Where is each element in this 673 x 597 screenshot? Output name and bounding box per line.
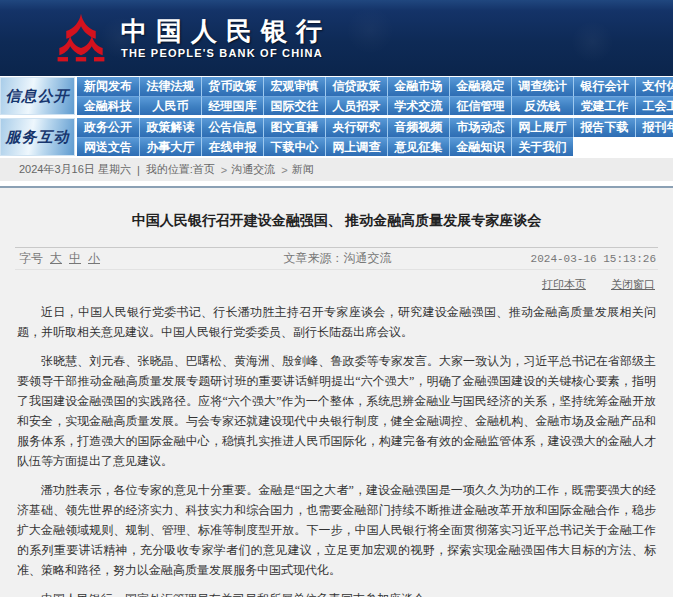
nav-row-1: 新闻发布法律法规货币政策宏观审慎信贷政策金融市场金融稳定调查统计银行会计支付体系 xyxy=(77,77,673,96)
breadcrumb-link-home[interactable]: 首页 xyxy=(193,162,215,177)
nav-item[interactable]: 金融市场 xyxy=(387,77,449,96)
nav-item[interactable]: 政策解读 xyxy=(139,118,201,137)
nav-rows: 政务公开政策解读公告信息图文直播央行研究音频视频市场动态网上展厅报告下载报刊年鉴… xyxy=(77,118,673,156)
close-window-button[interactable]: 关闭窗口 xyxy=(611,278,655,290)
font-size-links: 大中小 xyxy=(43,250,100,267)
nav-item[interactable]: 支付体系 xyxy=(635,77,673,96)
nav-item[interactable]: 央行研究 xyxy=(325,118,387,137)
nav-item[interactable]: 党建工作 xyxy=(573,96,635,115)
nav-item[interactable]: 信贷政策 xyxy=(325,77,387,96)
breadcrumb-link-news[interactable]: 新闻 xyxy=(292,162,314,177)
article-datetime: 2024-03-16 15:13:26 xyxy=(469,253,658,265)
nav-item[interactable]: 金融知识 xyxy=(449,137,511,156)
nav-row-2: 金融科技人民币经理国库国际交往人员招录学术交流征信管理反洗钱党建工作工会工作 xyxy=(77,96,673,115)
article-actions: 打印本页 关闭窗口 xyxy=(0,270,673,292)
nav-item[interactable]: 调查统计 xyxy=(511,77,573,96)
breadcrumb: 2024年3月16日 星期六 | 我的位置: 首页 > 沟通交流 > 新闻 xyxy=(0,157,673,181)
nav-group-info-disclosure: 信息公开 新闻发布法律法规货币政策宏观审慎信贷政策金融市场金融稳定调查统计银行会… xyxy=(0,77,673,115)
nav-item[interactable]: 公告信息 xyxy=(201,118,263,137)
nav-item[interactable]: 银行会计 xyxy=(573,77,635,96)
breadcrumb-location-label: 我的位置: xyxy=(146,162,193,177)
article-paragraph: 中国人民银行、国家外汇管理局有关司局和所属单位负责同志参加座谈会。 xyxy=(17,589,656,597)
nav-item[interactable]: 新闻发布 xyxy=(77,77,139,96)
print-page-button[interactable]: 打印本页 xyxy=(542,278,586,290)
nav-item[interactable]: 音频视频 xyxy=(387,118,449,137)
breadcrumb-caret-icon: > xyxy=(221,164,227,176)
nav-item[interactable]: 人员招录 xyxy=(325,96,387,115)
nav-group-service-interaction: 服务互动 政务公开政策解读公告信息图文直播央行研究音频视频市场动态网上展厅报告下… xyxy=(0,118,673,156)
breadcrumb-divider: | xyxy=(137,164,140,176)
font-size-link[interactable]: 小 xyxy=(88,250,100,267)
nav-item[interactable]: 办事大厅 xyxy=(139,137,201,156)
nav-item[interactable]: 货币政策 xyxy=(201,77,263,96)
nav-item[interactable]: 征信管理 xyxy=(449,96,511,115)
article-paragraph: 潘功胜表示，各位专家的意见十分重要。金融是“国之大者”，建设金融强国是一项久久为… xyxy=(17,480,656,580)
article-paragraph: 近日，中国人民银行党委书记、行长潘功胜主持召开专家座谈会，研究建设金融强国、推动… xyxy=(17,302,656,342)
page-title: 中国人民银行召开建设金融强国、 推动金融高质量发展专家座谈会 xyxy=(0,188,673,231)
nav-section-service-interaction[interactable]: 服务互动 xyxy=(0,118,75,156)
nav-item[interactable]: 国际交往 xyxy=(263,96,325,115)
breadcrumb-caret-icon: > xyxy=(281,164,287,176)
article-meta-bar: 字号 大中小 文章来源：沟通交流 2024-03-16 15:13:26 xyxy=(15,247,658,270)
article-paragraph: 张晓慧、刘元春、张晓晶、巴曙松、黄海洲、殷剑峰、鲁政委等专家发言。大家一致认为，… xyxy=(17,351,656,471)
nav-rows: 新闻发布法律法规货币政策宏观审慎信贷政策金融市场金融稳定调查统计银行会计支付体系… xyxy=(77,77,673,115)
nav-item[interactable]: 学术交流 xyxy=(387,96,449,115)
pbc-emblem-icon xyxy=(55,12,107,64)
bank-name-english: THE PEOPLE'S BANK OF CHINA xyxy=(121,47,331,59)
nav-item[interactable]: 关于我们 xyxy=(511,137,573,156)
main-navigation: 信息公开 新闻发布法律法规货币政策宏观审慎信贷政策金融市场金融稳定调查统计银行会… xyxy=(0,76,673,157)
nav-item[interactable]: 图文直播 xyxy=(263,118,325,137)
article-body: 近日，中国人民银行党委书记、行长潘功胜主持召开专家座谈会，研究建设金融强国、推动… xyxy=(0,292,673,597)
nav-item[interactable]: 报告下载 xyxy=(573,118,635,137)
article-content-area: 中国人民银行召开建设金融强国、 推动金融高质量发展专家座谈会 字号 大中小 文章… xyxy=(0,188,673,597)
nav-item[interactable]: 宏观审慎 xyxy=(263,77,325,96)
font-size-controls: 字号 大中小 xyxy=(15,250,206,267)
breadcrumb-link-channel[interactable]: 沟通交流 xyxy=(231,162,275,177)
nav-item[interactable]: 金融稳定 xyxy=(449,77,511,96)
nav-row-3: 政务公开政策解读公告信息图文直播央行研究音频视频市场动态网上展厅报告下载报刊年鉴 xyxy=(77,118,673,137)
font-size-link[interactable]: 大 xyxy=(50,250,62,267)
nav-item[interactable]: 下载中心 xyxy=(263,137,325,156)
nav-item[interactable]: 反洗钱 xyxy=(511,96,573,115)
nav-item[interactable]: 报刊年鉴 xyxy=(635,118,673,137)
nav-item[interactable]: 工会工作 xyxy=(635,96,673,115)
nav-item[interactable]: 金融科技 xyxy=(77,96,139,115)
font-size-link[interactable]: 中 xyxy=(69,250,81,267)
bank-name-chinese: 中国人民银行 xyxy=(121,17,331,47)
nav-section-info-disclosure[interactable]: 信息公开 xyxy=(0,77,75,115)
site-header: 中国人民银行 THE PEOPLE'S BANK OF CHINA xyxy=(0,0,673,76)
nav-item[interactable]: 法律法规 xyxy=(139,77,201,96)
nav-item[interactable]: 网送文告 xyxy=(77,137,139,156)
breadcrumb-date: 2024年3月16日 星期六 xyxy=(19,162,131,177)
bank-name-block: 中国人民银行 THE PEOPLE'S BANK OF CHINA xyxy=(121,17,331,59)
nav-item[interactable]: 政务公开 xyxy=(77,118,139,137)
article-source: 文章来源：沟通交流 xyxy=(206,250,468,267)
nav-item[interactable]: 市场动态 xyxy=(449,118,511,137)
nav-row-4: 网送文告办事大厅在线申报下载中心网上调查意见征集金融知识关于我们 xyxy=(77,137,673,156)
nav-item[interactable]: 在线申报 xyxy=(201,137,263,156)
bank-logo-home-link[interactable]: 中国人民银行 THE PEOPLE'S BANK OF CHINA xyxy=(55,12,331,64)
nav-item[interactable]: 网上调查 xyxy=(325,137,387,156)
font-size-label: 字号 xyxy=(19,250,43,267)
nav-item[interactable]: 人民币 xyxy=(139,96,201,115)
nav-item[interactable]: 经理国库 xyxy=(201,96,263,115)
nav-item[interactable]: 网上展厅 xyxy=(511,118,573,137)
nav-item[interactable]: 意见征集 xyxy=(387,137,449,156)
